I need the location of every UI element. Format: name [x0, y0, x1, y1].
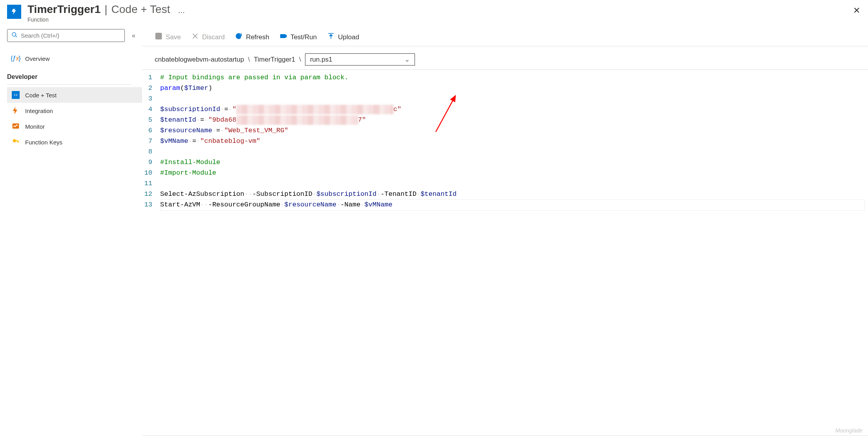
- sidebar-item-label: Overview: [25, 55, 50, 62]
- bolt-icon: [12, 107, 20, 115]
- sidebar-item-overview[interactable]: ƒx Overview: [7, 51, 142, 66]
- file-select-dropdown[interactable]: run.ps1 ⌄: [305, 53, 415, 66]
- sidebar-item-label: Function Keys: [25, 139, 62, 146]
- sidebar-section-developer: Developer: [7, 66, 131, 85]
- refresh-button[interactable]: Refresh: [235, 32, 269, 42]
- code-icon: [12, 91, 20, 99]
- upload-button[interactable]: Upload: [327, 32, 359, 42]
- function-app-icon: [7, 5, 21, 19]
- file-select-value: run.ps1: [310, 56, 333, 64]
- breadcrumb-app[interactable]: cnbateblogwebvm-autostartup: [155, 56, 244, 64]
- breadcrumb-separator: \: [248, 56, 250, 64]
- toolbar: Save Discard Refresh: [142, 26, 868, 46]
- search-icon: [11, 32, 21, 39]
- monitor-icon: [12, 122, 20, 130]
- sidebar-item-label: Code + Test: [25, 92, 57, 99]
- svg-rect-10: [285, 35, 286, 37]
- discard-icon: [191, 32, 199, 42]
- svg-rect-6: [157, 36, 161, 39]
- collapse-sidebar-icon[interactable]: «: [132, 32, 135, 39]
- resource-type-label: Function: [27, 16, 186, 23]
- discard-button: Discard: [191, 32, 225, 42]
- function-fx-icon: ƒx: [12, 55, 20, 62]
- breadcrumb-function[interactable]: TimerTrigger1: [254, 56, 295, 64]
- sidebar-search[interactable]: [7, 29, 125, 42]
- sidebar-item-monitor[interactable]: Monitor: [7, 119, 142, 134]
- title-separator: |: [104, 3, 107, 16]
- chevron-down-icon: ⌄: [404, 55, 410, 64]
- code-editor[interactable]: 1# Input bindings are passed in via para…: [142, 69, 868, 436]
- refresh-icon: [235, 32, 243, 42]
- sidebar-item-function-keys[interactable]: Function Keys: [7, 134, 142, 150]
- breadcrumb-separator: \: [299, 56, 301, 64]
- content-area: Save Discard Refresh: [142, 26, 868, 436]
- svg-rect-3: [18, 141, 19, 142]
- breadcrumb: cnbateblogwebvm-autostartup \ TimerTrigg…: [142, 46, 868, 69]
- page-section-title: Code + Test: [111, 3, 170, 16]
- save-icon: [155, 32, 163, 42]
- svg-rect-2: [15, 140, 18, 142]
- header-title-group: TimerTrigger1 | Code + Test … Function: [27, 3, 186, 23]
- search-input[interactable]: [21, 32, 121, 39]
- more-button[interactable]: …: [178, 7, 186, 15]
- sidebar-item-code-test[interactable]: Code + Test: [7, 87, 142, 103]
- key-icon: [12, 138, 20, 146]
- sidebar-item-label: Monitor: [25, 123, 45, 130]
- svg-rect-9: [280, 35, 285, 38]
- page-header: TimerTrigger1 | Code + Test … Function ✕: [0, 0, 868, 26]
- sidebar: « ƒx Overview Developer Code + Test Inte…: [0, 26, 142, 436]
- close-icon[interactable]: ✕: [853, 5, 860, 16]
- test-run-button[interactable]: Test/Run: [280, 32, 317, 42]
- save-button: Save: [155, 32, 181, 42]
- test-run-icon: [280, 32, 287, 42]
- page-title: TimerTrigger1: [27, 3, 101, 16]
- sidebar-item-label: Integration: [25, 108, 53, 114]
- upload-icon: [327, 32, 335, 42]
- svg-rect-5: [157, 33, 160, 35]
- watermark: Moonglade: [835, 427, 863, 434]
- sidebar-item-integration[interactable]: Integration: [7, 103, 142, 119]
